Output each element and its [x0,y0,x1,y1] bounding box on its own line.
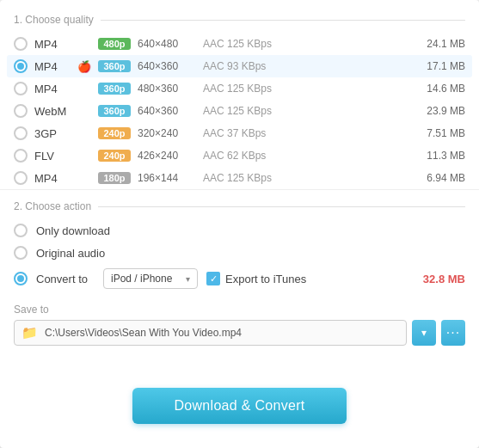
ellipsis-icon: ··· [446,325,460,341]
export-label: Export to iTunes [225,273,306,285]
quality-row[interactable]: FLV240p426×240AAC 62 KBps11.3 MB [7,144,472,167]
section1-title: 1. Choose quality [0,14,479,33]
quality-row[interactable]: 3GP240p320×240AAC 37 KBps7.51 MB [7,122,472,144]
quality-list: MP4480p640×480AAC 125 KBps24.1 MBMP4🍎360… [0,33,479,190]
section2-title: 2. Choose action [14,200,465,219]
quality-badge: 360p [98,60,131,72]
saveto-path: C:\Users\Videos\Sean With You Video.mp4 [45,327,399,339]
convert-dropdown[interactable]: iPod / iPhone ▾ [103,268,198,289]
quality-badge: 240p [98,127,131,139]
quality-row[interactable]: MP4480p640×480AAC 125 KBps24.1 MB [7,33,472,55]
chevron-down-icon: ▾ [421,327,427,339]
saveto-section: Save to 📁 C:\Users\Videos\Sean With You … [0,300,479,356]
format-name: 3GP [34,127,71,140]
quality-row[interactable]: WebM360p640×360AAC 125 KBps23.9 MB [7,100,472,122]
action-section: 2. Choose action Only download Original … [0,190,479,300]
quality-radio[interactable] [14,104,28,118]
audio-info: AAC 125 KBps [203,172,411,184]
convert-to-label: Convert to [36,273,95,285]
resolution: 640×480 [138,38,196,50]
apple-icon: 🍎 [77,60,91,73]
main-panel: 1. Choose quality MP4480p640×480AAC 125 … [0,0,479,448]
resolution: 480×360 [138,83,196,95]
resolution: 640×360 [138,60,196,72]
convert-to-radio[interactable] [14,272,28,285]
original-audio-row[interactable]: Original audio [14,242,465,264]
original-audio-label: Original audio [36,247,105,260]
export-size: 32.8 MB [423,273,465,285]
file-size: 17.1 MB [418,60,465,72]
quality-radio[interactable] [14,59,28,73]
saveto-row: 📁 C:\Users\Videos\Sean With You Video.mp… [14,320,465,346]
chevron-down-icon: ▾ [186,274,190,284]
export-checkbox-container[interactable]: ✓ Export to iTunes [206,272,306,285]
quality-radio[interactable] [14,149,28,163]
format-name: MP4 [34,38,71,51]
format-name: MP4 [34,172,71,185]
quality-badge: 180p [98,172,131,184]
quality-radio[interactable] [14,82,28,95]
file-size: 14.6 MB [418,83,465,95]
only-download-row[interactable]: Only download [14,219,465,242]
saveto-dropdown-button[interactable]: ▾ [412,320,436,346]
file-size: 11.3 MB [418,150,465,162]
download-section: Download & Convert [0,374,479,431]
audio-info: AAC 37 KBps [203,127,411,139]
format-name: FLV [34,150,71,163]
saveto-input-container: 📁 C:\Users\Videos\Sean With You Video.mp… [14,320,407,346]
folder-icon: 📁 [21,325,38,341]
convert-to-row[interactable]: Convert to iPod / iPhone ▾ ✓ Export to i… [14,264,465,293]
file-size: 6.94 MB [418,172,465,184]
convert-dropdown-value: iPod / iPhone [111,273,172,285]
quality-row[interactable]: MP4🍎360p640×360AAC 93 KBps17.1 MB [7,55,472,77]
quality-radio[interactable] [14,126,28,140]
only-download-label: Only download [36,224,110,237]
file-size: 7.51 MB [418,127,465,139]
quality-badge: 360p [98,105,131,117]
quality-row[interactable]: MP4180p196×144AAC 125 KBps6.94 MB [7,167,472,189]
format-name: WebM [34,105,71,118]
download-convert-button[interactable]: Download & Convert [132,388,346,424]
quality-row[interactable]: MP4360p480×360AAC 125 KBps14.6 MB [7,77,472,100]
resolution: 320×240 [138,127,196,139]
export-checkbox[interactable]: ✓ [206,272,220,285]
format-name: MP4 [34,83,71,95]
audio-info: AAC 62 KBps [203,150,411,162]
only-download-radio[interactable] [14,224,28,237]
quality-radio[interactable] [14,171,28,185]
quality-badge: 360p [98,83,131,95]
file-size: 23.9 MB [418,105,465,117]
original-audio-radio[interactable] [14,246,28,260]
resolution: 640×360 [138,105,196,117]
resolution: 196×144 [138,172,196,184]
saveto-more-button[interactable]: ··· [441,320,465,346]
audio-info: AAC 125 KBps [203,83,411,95]
audio-info: AAC 125 KBps [203,38,411,50]
format-name: MP4 [34,60,71,73]
saveto-label: Save to [14,304,465,316]
file-size: 24.1 MB [418,38,465,50]
resolution: 426×240 [138,150,196,162]
quality-radio[interactable] [14,37,28,51]
audio-info: AAC 93 KBps [203,60,411,72]
quality-badge: 480p [98,38,131,50]
audio-info: AAC 125 KBps [203,105,411,117]
quality-badge: 240p [98,150,131,162]
